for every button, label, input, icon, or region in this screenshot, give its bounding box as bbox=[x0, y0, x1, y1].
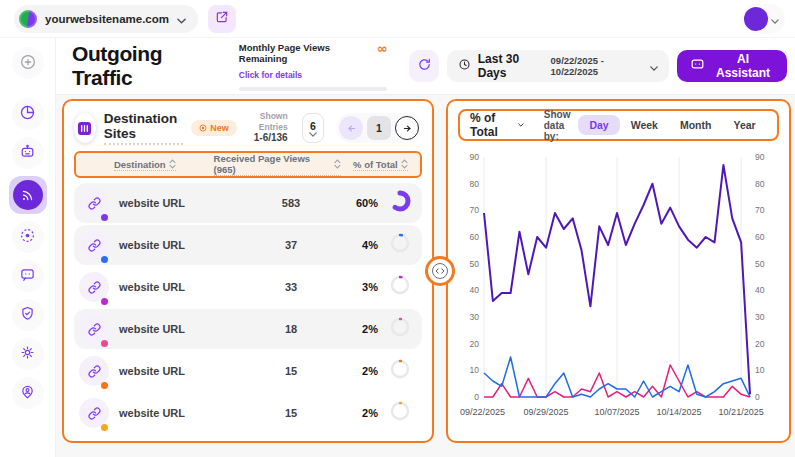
metric-selector[interactable]: % of Total bbox=[470, 111, 534, 139]
svg-text:80: 80 bbox=[755, 179, 765, 189]
show-data-by-label: Show data by: bbox=[544, 109, 571, 142]
range-dates: 09/22/2025 - 10/22/2025 bbox=[551, 55, 644, 77]
pct-of-total: 3% bbox=[329, 281, 383, 293]
received-page-views: 15 bbox=[253, 407, 329, 419]
destination-sites-icon bbox=[74, 113, 96, 143]
destination-url: website URL bbox=[119, 197, 185, 209]
destination-url: website URL bbox=[119, 323, 185, 335]
refresh-button[interactable] bbox=[409, 50, 438, 82]
table-row[interactable]: website URL 37 4% bbox=[74, 225, 422, 265]
target-icon bbox=[19, 227, 36, 247]
table-row[interactable]: website URL 15 2% bbox=[74, 393, 422, 433]
tab-week[interactable]: Week bbox=[620, 115, 669, 135]
column-received-page-views[interactable]: Received Page Views (965) bbox=[214, 153, 341, 176]
svg-text:40: 40 bbox=[755, 285, 765, 295]
series-color-dot bbox=[101, 298, 108, 305]
pct-of-total: 2% bbox=[329, 323, 383, 335]
per-page-select[interactable]: 6 bbox=[302, 113, 324, 143]
pct-of-total: 60% bbox=[329, 197, 383, 209]
panel-title: Destination Sites bbox=[104, 111, 184, 145]
svg-text:30: 30 bbox=[755, 312, 765, 322]
ai-assistant-label: AI Assistant bbox=[712, 52, 773, 80]
current-page[interactable]: 1 bbox=[367, 116, 391, 140]
svg-text:40: 40 bbox=[470, 285, 480, 295]
next-page-button[interactable] bbox=[395, 116, 419, 140]
svg-text:10: 10 bbox=[755, 365, 765, 375]
series-color-dot bbox=[101, 382, 108, 389]
sidebar-item-add[interactable] bbox=[12, 47, 44, 79]
chat-bubble-icon bbox=[19, 266, 36, 286]
table-row[interactable]: website URL 18 2% bbox=[74, 309, 422, 349]
page-header: Outgoing Traffic Monthly Page Views Rema… bbox=[56, 38, 795, 95]
user-menu[interactable] bbox=[741, 4, 785, 34]
sidebar-item-security[interactable] bbox=[12, 299, 44, 331]
ai-assistant-button[interactable]: AI Assistant bbox=[677, 50, 786, 82]
series-color-dot bbox=[101, 340, 108, 347]
traffic-chart-panel: % of Total Show data by: Day Week Month … bbox=[446, 99, 791, 443]
received-page-views: 583 bbox=[253, 197, 329, 209]
open-site-button[interactable] bbox=[208, 5, 236, 33]
svg-text:09/22/2025: 09/22/2025 bbox=[460, 407, 505, 417]
column-destination[interactable]: Destination bbox=[114, 159, 176, 171]
destination-url: website URL bbox=[119, 407, 185, 419]
sort-icon bbox=[169, 159, 176, 169]
site-name: yourwebsitename.com bbox=[45, 13, 169, 25]
table-row[interactable]: website URL 33 3% bbox=[74, 267, 422, 307]
svg-text:0: 0 bbox=[474, 392, 479, 402]
svg-text:20: 20 bbox=[755, 339, 765, 349]
pct-of-total: 4% bbox=[329, 239, 383, 251]
pie-chart-icon bbox=[19, 104, 36, 124]
sort-icon bbox=[401, 159, 408, 169]
link-icon bbox=[79, 398, 109, 428]
tab-month[interactable]: Month bbox=[669, 115, 723, 135]
topbar: yourwebsitename.com bbox=[0, 0, 795, 38]
site-logo-icon bbox=[19, 10, 37, 28]
external-link-icon bbox=[215, 10, 229, 27]
sidebar-item-chat[interactable] bbox=[12, 260, 44, 292]
sidebar bbox=[0, 38, 56, 457]
sidebar-item-visitors[interactable] bbox=[12, 377, 44, 409]
date-range-selector[interactable]: Last 30 Days 09/22/2025 - 10/22/2025 bbox=[447, 50, 670, 82]
sidebar-item-target[interactable] bbox=[12, 221, 44, 253]
chart-controls: % of Total Show data by: Day Week Month … bbox=[458, 109, 779, 141]
received-page-views: 37 bbox=[253, 239, 329, 251]
series-color-dot bbox=[101, 424, 108, 431]
sidebar-item-analytics[interactable] bbox=[12, 98, 44, 130]
svg-text:50: 50 bbox=[470, 259, 480, 269]
sidebar-item-outgoing-traffic[interactable] bbox=[9, 176, 47, 214]
svg-text:60: 60 bbox=[470, 232, 480, 242]
infinity-icon: ∞ bbox=[377, 42, 388, 56]
link-icon bbox=[79, 230, 109, 260]
ai-chat-icon bbox=[690, 57, 705, 75]
chevron-down-icon bbox=[771, 10, 779, 28]
monthly-label: Monthly Page Views Remaining bbox=[239, 42, 377, 64]
monthly-progress-bar bbox=[239, 87, 388, 91]
pct-of-total: 2% bbox=[329, 365, 383, 377]
table-row[interactable]: website URL 15 2% bbox=[74, 351, 422, 391]
table-row[interactable]: website URL 583 60% bbox=[74, 183, 422, 223]
click-for-details-link[interactable]: Click for details bbox=[239, 70, 302, 80]
sidebar-item-settings[interactable] bbox=[12, 338, 44, 370]
panel-resize-handle[interactable] bbox=[425, 256, 455, 286]
page-title: Outgoing Traffic bbox=[72, 42, 217, 90]
tab-day[interactable]: Day bbox=[578, 115, 619, 135]
clock-icon bbox=[458, 57, 471, 75]
chevron-down-icon bbox=[518, 122, 524, 128]
granularity-tabs: Day Week Month Year bbox=[578, 115, 766, 135]
destination-url: website URL bbox=[119, 239, 185, 251]
sidebar-item-bot[interactable] bbox=[12, 137, 44, 169]
received-page-views: 33 bbox=[253, 281, 329, 293]
svg-text:10/14/2025: 10/14/2025 bbox=[657, 407, 702, 417]
link-icon bbox=[79, 188, 109, 218]
new-badge: New bbox=[191, 120, 237, 136]
svg-text:10/07/2025: 10/07/2025 bbox=[594, 407, 639, 417]
chevron-down-icon bbox=[650, 57, 658, 75]
svg-text:0: 0 bbox=[755, 392, 760, 402]
column-pct-of-total[interactable]: % of Total bbox=[353, 159, 408, 171]
range-label: Last 30 Days bbox=[478, 52, 544, 80]
link-icon bbox=[79, 272, 109, 302]
pct-donut-chart bbox=[389, 400, 411, 426]
prev-page-button[interactable] bbox=[339, 116, 363, 140]
tab-year[interactable]: Year bbox=[722, 115, 766, 135]
site-selector[interactable]: yourwebsitename.com bbox=[14, 5, 198, 33]
